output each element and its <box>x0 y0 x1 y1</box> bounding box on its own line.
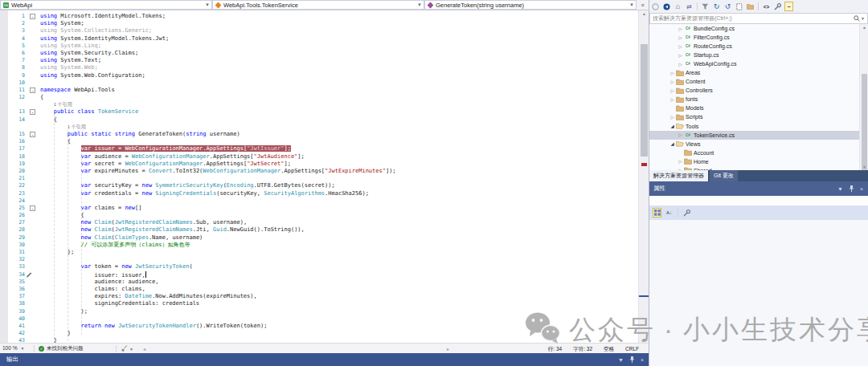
hscroll-right-icon[interactable]: ▸ <box>447 346 449 352</box>
collapse-all-icon[interactable]: − <box>784 2 793 11</box>
chevron-down-icon[interactable]: ▼ <box>618 357 624 363</box>
pin-icon[interactable] <box>849 185 854 193</box>
categorized-icon[interactable] <box>653 208 661 218</box>
expander-collapsed-icon[interactable]: ▷ <box>677 168 684 170</box>
code-line[interactable]: 3using System.Collections.Generic; <box>0 27 638 35</box>
tree-item-tokenservice-cs[interactable]: ▷C#TokenService.cs <box>649 131 868 140</box>
code-line[interactable]: 12{ <box>0 94 638 101</box>
code-line[interactable]: 9using System.Web.Configuration; <box>0 72 638 79</box>
zoom-control[interactable]: 100 % ▼ <box>2 345 24 351</box>
code-line[interactable]: 7using System.Text; <box>0 57 638 64</box>
codelens-references-label[interactable]: 1 个引用 <box>68 124 86 129</box>
expander-collapsed-icon[interactable]: ▷ <box>669 79 676 84</box>
code-line[interactable]: 10 <box>0 79 638 87</box>
code-editor[interactable]: 1-using Microsoft.IdentityModel.Tokens;2… <box>0 10 649 343</box>
code-line[interactable]: 22 var securityKey = new SymmetricSecuri… <box>0 182 638 189</box>
tree-item-areas[interactable]: ▷Areas <box>649 68 868 77</box>
hscroll-left-icon[interactable]: ◂ <box>143 346 145 352</box>
code-line[interactable]: 26 { <box>0 212 638 219</box>
tree-item-routeconfig-cs[interactable]: ▷C#RouteConfig.cs <box>649 42 868 51</box>
expander-expanded-icon[interactable]: ◢ <box>669 141 676 146</box>
code-line[interactable]: 13- public class TokenService <box>0 108 638 116</box>
code-line[interactable]: 1-using Microsoft.IdentityModel.Tokens; <box>0 13 638 20</box>
collapse-region-icon[interactable]: - <box>30 14 35 19</box>
nav-dropdown-1[interactable]: WebApi.Tools.TokenService▼ <box>212 0 424 10</box>
code-line[interactable]: 32 <box>0 256 638 263</box>
code-line[interactable]: 28 new Claim(JwtRegisteredClaimNames.Jti… <box>0 226 638 234</box>
code-line[interactable]: 24 <box>0 197 638 205</box>
code-line[interactable]: 40 <box>0 315 638 323</box>
code-line[interactable]: 2using System; <box>0 20 638 27</box>
tree-scrollbar[interactable]: ▲ ▼ <box>859 24 868 170</box>
split-window-handle-icon[interactable]: ≡ <box>637 0 649 10</box>
expander-collapsed-icon[interactable]: ▷ <box>677 53 684 58</box>
tree-item-shared[interactable]: ▷Shared <box>649 166 868 170</box>
code-line[interactable]: 6using System.Security.Claims; <box>0 50 638 57</box>
expander-collapsed-icon[interactable]: ▷ <box>677 44 684 49</box>
tree-item-webapiconfig-cs[interactable]: ▷C#WebApiConfig.cs <box>649 59 868 68</box>
code-line[interactable]: 36 claims: claims, <box>0 286 638 293</box>
code-line[interactable]: 8using System.Web; <box>0 64 638 71</box>
collapse-region-icon[interactable]: - <box>30 132 35 137</box>
code-line[interactable]: 37 expires: DateTime.Now.AddMinutes(expi… <box>0 293 638 300</box>
tree-item-scripts[interactable]: ▷Scripts <box>649 112 868 121</box>
tab-solution-explorer[interactable]: 解决方案资源管理器 <box>649 170 708 181</box>
home-icon[interactable]: ⌂ <box>674 2 682 11</box>
update-icon[interactable]: ↺ <box>723 2 732 11</box>
code-line[interactable]: 17 var issuer = WebConfigurationManager.… <box>0 145 638 152</box>
scrollbar-thumb[interactable] <box>862 74 867 170</box>
tree-item-models[interactable]: Models <box>649 104 868 112</box>
code-line[interactable]: 25- var claims = new[] <box>0 205 638 212</box>
code-line[interactable]: 5using System.Linq; <box>0 43 638 50</box>
code-line[interactable]: 15- public static string GenerateToken(s… <box>0 131 638 138</box>
code-line[interactable]: 18 var audience = WebConfigurationManage… <box>0 153 638 161</box>
code-line[interactable]: 21 <box>0 175 638 182</box>
back-icon[interactable] <box>651 2 660 11</box>
pin-icon[interactable] <box>629 356 635 364</box>
scroll-down-icon[interactable]: ▼ <box>639 337 649 342</box>
code-line[interactable]: 38 signingCredentials: credentials <box>0 300 638 307</box>
sort-alphabetical-icon[interactable]: A↓ <box>665 208 674 218</box>
code-line[interactable]: 20 var expireMinutes = Convert.ToInt32(W… <box>0 168 638 175</box>
codelens-references-label[interactable]: 1 个引用 <box>54 102 72 107</box>
tab-git-changes[interactable]: Git 更改 <box>710 170 738 181</box>
expander-collapsed-icon[interactable]: ▷ <box>677 132 684 137</box>
code-line[interactable]: 43 } <box>0 337 638 343</box>
show-all-files-icon[interactable] <box>735 2 743 11</box>
tree-item-filterconfig-cs[interactable]: ▷C#FilterConfig.cs <box>649 33 868 42</box>
scroll-down-icon[interactable]: ▼ <box>860 165 868 169</box>
tree-item-startup-cs[interactable]: ▷C#Startup.cs <box>649 51 868 59</box>
new-folder-icon[interactable] <box>746 2 755 11</box>
tree-item-content[interactable]: ▷Content <box>649 77 868 86</box>
tree-item-controllers[interactable]: ▷Controllers <box>649 86 868 95</box>
forward-icon[interactable] <box>662 2 671 11</box>
expander-collapsed-icon[interactable]: ▷ <box>669 97 676 102</box>
code-line[interactable]: 30 // 可以添加更多声明（claims）如角色等 <box>0 242 638 249</box>
tree-item-views[interactable]: ◢Views <box>649 140 868 148</box>
code-line[interactable]: 27 new Claim(JwtRegisteredClaimNames.Sub… <box>0 219 638 226</box>
code-line[interactable]: 19 var secret = WebConfigurationManager.… <box>0 161 638 168</box>
wrench-icon[interactable] <box>682 208 691 218</box>
code-line[interactable]: 39 ); <box>0 308 638 315</box>
expander-collapsed-icon[interactable]: ▷ <box>669 88 676 93</box>
code-line[interactable]: 33 var token = new JwtSecurityToken( <box>0 263 638 270</box>
code-line[interactable]: 4using System.IdentityModel.Tokens.Jwt; <box>0 35 638 43</box>
properties-wrench-icon[interactable] <box>773 2 782 11</box>
solution-search-box[interactable]: 搜索解决方案资源管理器(Ctrl+;) ▼ <box>649 13 868 24</box>
expander-collapsed-icon[interactable]: ▷ <box>669 71 676 75</box>
expander-collapsed-icon[interactable]: ▷ <box>677 26 684 31</box>
close-icon[interactable]: × <box>860 186 863 192</box>
scrollbar-thumb[interactable] <box>641 44 648 157</box>
tree-item-tools[interactable]: ◢Tools <box>649 122 868 131</box>
nav-dropdown-0[interactable]: C#WebApi▼ <box>0 0 212 10</box>
tree-item-fonts[interactable]: ▷fonts <box>649 95 868 104</box>
close-icon[interactable]: × <box>641 357 644 363</box>
pending-changes-filter-icon[interactable] <box>701 2 710 11</box>
codelens-row[interactable]: 1 个引用 <box>0 101 638 108</box>
collapse-region-icon[interactable]: - <box>30 205 35 211</box>
code-line[interactable]: 42 } <box>0 330 638 337</box>
editor-vertical-scrollbar[interactable]: ▲ ▼ <box>638 10 649 343</box>
codelens-row[interactable]: 1 个引用 <box>0 124 638 131</box>
tree-item-home[interactable]: ▷Home <box>649 157 868 166</box>
expander-collapsed-icon[interactable]: ▷ <box>677 35 684 40</box>
